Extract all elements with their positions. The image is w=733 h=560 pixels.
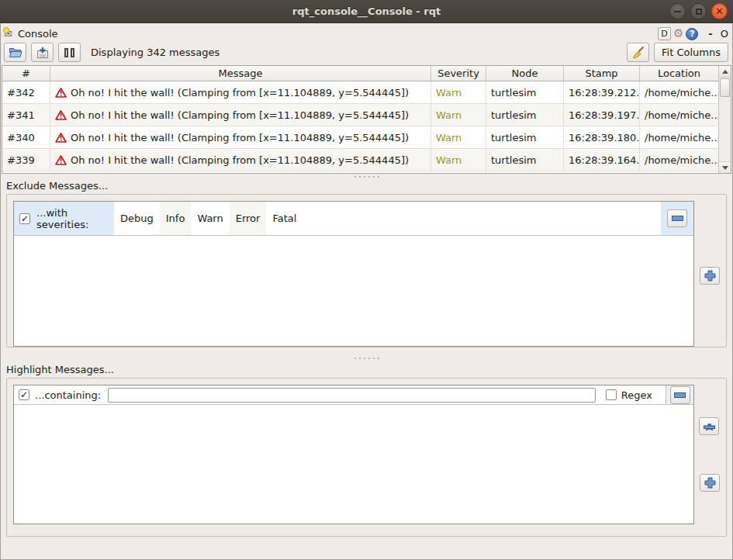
column-header-node[interactable]: Node [486,66,564,81]
window-title: rqt_console__Console - rqt [292,5,441,17]
table-row[interactable]: #341 Oh no! I hit the wall! (Clamping fr… [2,104,731,126]
splitter-handle[interactable] [0,174,733,180]
regex-label: Regex [621,389,652,401]
pause-button[interactable] [58,43,81,62]
cell-message: Oh no! I hit the wall! (Clamping from [x… [50,126,431,149]
pause-icon [64,48,74,57]
cell-severity: Warn [431,126,486,149]
highlight-section-label: Highlight Messages... [6,364,114,375]
column-header-location[interactable]: Location [640,66,718,81]
cell-node: turtlesim [486,104,564,126]
column-header-stamp[interactable]: Stamp [564,66,640,81]
window-close-button[interactable]: ✕ [711,3,728,19]
exclude-filter-label: ...with severities: [36,207,114,230]
window-controls: ✕ [669,3,728,19]
dock-d-button[interactable]: D [658,27,671,40]
highlight-containing-filter-row[interactable]: ✓ ...containing: Regex [14,385,693,405]
remove-filter-cell [666,385,693,404]
folder-open-icon [9,47,22,58]
warning-triangle-icon [55,110,67,120]
window-maximize-button[interactable] [690,3,707,19]
regex-option: Regex [603,389,660,401]
severity-option-fatal[interactable]: Fatal [266,202,303,235]
warning-triangle-icon [55,88,67,98]
arrow-up-icon [722,70,728,74]
column-header-message[interactable]: Message [50,66,431,81]
cell-num: #339 [2,149,50,171]
cell-message: Oh no! I hit the wall! (Clamping from [x… [50,81,431,104]
gear-icon[interactable]: ⚙ [673,27,683,40]
table-row[interactable]: #342 Oh no! I hit the wall! (Clamping fr… [2,81,731,104]
filter-row-spacer [303,202,661,235]
load-messages-button[interactable] [4,43,26,62]
minus-icon [674,392,686,398]
regex-checkbox[interactable] [606,389,617,400]
table-header-row: # Message Severity Node Stamp Location [2,66,731,81]
clear-messages-button[interactable] [627,43,649,62]
dock-float-button[interactable]: O [721,28,728,40]
message-count-status: Displaying 342 messages [91,47,220,58]
table-row[interactable]: #339 Oh no! I hit the wall! (Clamping fr… [2,149,731,171]
remove-filter-cell [661,202,693,235]
highlight-toggle-button[interactable]: A [699,417,719,435]
remove-highlight-filter-button[interactable] [670,386,690,404]
cell-message: Oh no! I hit the wall! (Clamping from [x… [50,104,431,126]
highlight-section: ✓ ...containing: Regex A [6,378,727,537]
envelope-icon: ✉ [4,28,16,40]
severity-option-info[interactable]: Info [160,202,192,235]
remove-exclude-filter-button[interactable] [667,209,687,227]
highlight-text-input[interactable] [108,388,596,403]
minus-icon [672,216,683,221]
message-table: # Message Severity Node Stamp Location #… [2,65,731,174]
splitter-handle[interactable] [0,355,733,361]
maximize-icon [696,9,702,15]
text-highlight-icon: A [703,420,716,432]
exclude-filter-checkbox[interactable]: ✓ [19,213,30,224]
exclude-filter-list: ✓ ...with severities: Debug Info Warn Er… [13,201,694,347]
cell-severity: Warn [431,104,486,126]
severity-option-error[interactable]: Error [230,202,267,235]
plus-icon [704,477,716,489]
arrow-down-icon [722,166,728,170]
exclude-severity-filter-row[interactable]: ✓ ...with severities: Debug Info Warn Er… [14,202,693,236]
help-icon[interactable]: ? [686,28,698,40]
cell-node: turtlesim [486,149,564,171]
column-header-severity[interactable]: Severity [431,66,486,81]
table-scrollbar[interactable] [718,66,731,173]
scroll-down-button[interactable] [719,161,731,173]
cell-num: #341 [2,104,50,126]
window-titlebar[interactable]: rqt_console__Console - rqt ✕ [0,0,733,23]
dock-header: ✉ Console D ⚙ ? - O [4,26,728,41]
window-minimize-button[interactable] [669,3,686,19]
dock-title: Console [18,28,58,40]
cell-message: Oh no! I hit the wall! (Clamping from [x… [50,149,431,171]
cell-stamp: 16:28:39.164... [564,149,640,171]
exclude-section: ✓ ...with severities: Debug Info Warn Er… [6,194,727,347]
cell-node: turtlesim [486,126,564,149]
scroll-up-button[interactable] [719,66,731,78]
cell-stamp: 16:28:39.212... [564,81,640,104]
severity-option-warn[interactable]: Warn [191,202,229,235]
minimize-icon [674,11,681,12]
fit-columns-button[interactable]: Fit Columns [654,43,728,62]
plus-icon [704,270,716,282]
scrollbar-thumb[interactable] [720,78,730,97]
save-messages-button[interactable] [31,43,54,62]
warning-triangle-icon [55,155,67,165]
column-header-num[interactable]: # [2,66,50,81]
cell-location: /home/miche... [640,126,718,149]
add-highlight-filter-button[interactable] [700,474,720,492]
console-toolbar: Displaying 342 messages Fit Columns [4,43,728,62]
warning-triangle-icon [55,133,67,143]
cell-num: #340 [2,126,50,149]
add-exclude-filter-button[interactable] [700,267,720,285]
cell-severity: Warn [431,81,486,104]
cell-location: /home/miche... [640,104,718,126]
table-row[interactable]: #340 Oh no! I hit the wall! (Clamping fr… [2,126,731,149]
severity-option-debug[interactable]: Debug [114,202,160,235]
cell-location: /home/miche... [640,81,718,104]
save-icon [36,47,50,59]
highlight-filter-checkbox[interactable]: ✓ [19,389,29,400]
dock-minimize-button[interactable]: - [708,28,712,40]
cell-num: #342 [2,81,50,104]
